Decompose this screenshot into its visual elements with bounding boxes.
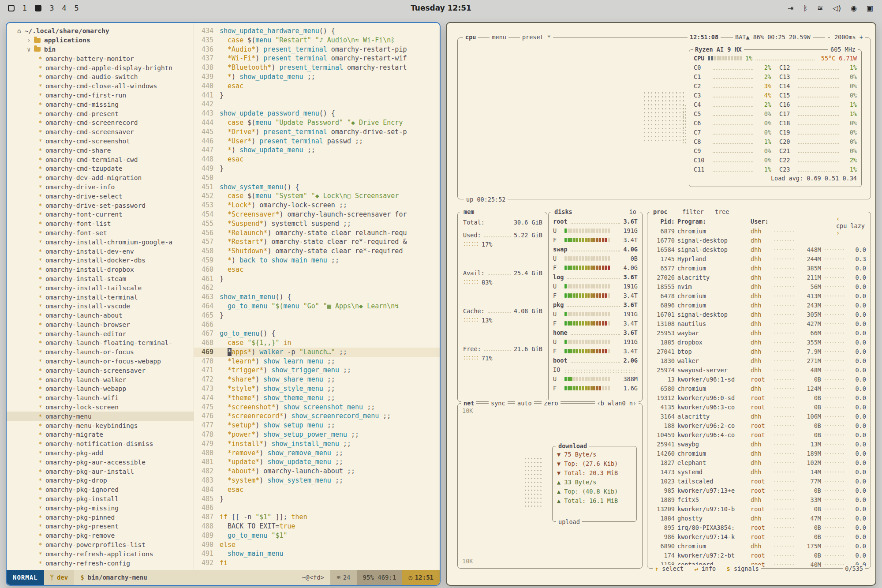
proc-sort-mode[interactable]: ‹ cpu lazy › [805, 208, 867, 243]
net-zero-button[interactable]: zero [542, 400, 561, 407]
preset-button[interactable]: preset * [520, 34, 553, 41]
proc-row[interactable]: 4135kworker/u96:3-coroot0B0.0 [653, 402, 866, 412]
net-sync-button[interactable]: sync [489, 400, 508, 407]
tree-file[interactable]: *omarchy-cmd-share [7, 146, 194, 155]
proc-row[interactable]: 1884ghosttydhh47M0.0 [653, 513, 866, 523]
tree-file[interactable]: *omarchy-cmd-audio-switch [7, 72, 194, 82]
tree-file[interactable]: *omarchy-pkg-aur-install [7, 467, 194, 476]
tree-file[interactable]: *omarchy-powerprofiles-list [7, 540, 194, 550]
proc-row[interactable]: 985kworker/u97:13+eroot0B0.0 [653, 486, 866, 495]
tree-file[interactable]: *omarchy-install-docker-dbs [7, 256, 194, 265]
proc-row[interactable]: 14260chromiumdhh189M0.0 [653, 449, 866, 458]
cpu-box-title[interactable]: cpu [463, 34, 478, 41]
proc-row[interactable]: 13kworker/u96:1-sdroot0B0.0 [653, 375, 866, 384]
proc-row[interactable]: 3164alacrittydhh106M0.0 [653, 412, 866, 421]
tree-file[interactable]: *omarchy-launch-or-focus-webapp [7, 357, 194, 366]
proc-row[interactable]: 27026alacrittydhh211M0.0 [653, 273, 866, 282]
tree-file[interactable]: *omarchy-dev-add-migration [7, 173, 194, 183]
sort-next-icon[interactable]: › [836, 229, 840, 236]
mem-box-title[interactable]: mem [461, 208, 476, 215]
tree-file[interactable]: *omarchy-launch-walker [7, 375, 194, 384]
tree-file[interactable]: *omarchy-drive-select [7, 191, 194, 201]
tree-file[interactable]: *omarchy-install-dev-env [7, 247, 194, 256]
proc-row[interactable]: 895irq/80-PIXA3854:root0B0.0 [653, 523, 866, 532]
proc-row[interactable]: 13108nautilusdhh427M0.0 [653, 319, 866, 328]
tree-file[interactable]: *omarchy-cmd-screenrecord [7, 118, 194, 127]
proc-row[interactable]: 1745Hyprlanddhh244M0.3 [653, 254, 866, 263]
proc-row[interactable]: 16584signal-desktopdhh448M0.0 [653, 245, 866, 254]
refresh-interval-control[interactable]: - 2000ms + [825, 34, 865, 41]
tree-file[interactable]: *omarchy-refresh-config [7, 558, 194, 568]
tree-file[interactable]: *omarchy-install-terminal [7, 292, 194, 302]
proc-row[interactable]: 188kworker/u96:2-coroot0B0.0 [653, 421, 866, 430]
tree-file[interactable]: *omarchy-font-list [7, 219, 194, 228]
proc-box-title[interactable]: proc [651, 208, 670, 215]
tree-file[interactable]: *omarchy-cmd-screensaver [7, 127, 194, 137]
tree-file[interactable]: *omarchy-launch-or-focus [7, 348, 194, 357]
tree-file[interactable]: *omarchy-install-chromium-google-a [7, 237, 194, 247]
tree-file[interactable]: *omarchy-cmd-terminal-cwd [7, 155, 194, 164]
tree-file[interactable]: *omarchy-launch-screensaver [7, 366, 194, 375]
tree-file[interactable]: *omarchy-font-set [7, 228, 194, 238]
proc-row[interactable]: 25974swayosd-serverdhh48M0.0 [653, 365, 866, 375]
tree-file[interactable]: *omarchy-pkg-remove [7, 531, 194, 540]
proc-row[interactable]: 6896chromiumdhh243M0.0 [653, 300, 866, 310]
proc-row[interactable]: 986kworker/u97:14-kroot0B0.0 [653, 532, 866, 541]
tree-file[interactable]: *omarchy-pkg-pinned [7, 513, 194, 522]
tree-file[interactable]: *omarchy-cmd-tzupdate [7, 164, 194, 173]
tree-file[interactable]: *omarchy-install-steam [7, 274, 194, 284]
tree-file[interactable]: *omarchy-pkg-ignored [7, 485, 194, 494]
proc-row[interactable]: 13209kworker/u97:10-broot0B0.0 [653, 504, 866, 513]
tree-file[interactable]: *omarchy-cmd-screenshot [7, 137, 194, 146]
tree-file[interactable]: *omarchy-menu [7, 412, 194, 421]
proc-row[interactable]: 1023tailscaledroot77M0.0 [653, 476, 866, 486]
net-box-title[interactable]: net [461, 400, 476, 407]
menu-button[interactable]: menu [490, 34, 508, 41]
tree-root[interactable]: ~/.local/share/omarchy [7, 26, 194, 36]
tree-file[interactable]: *omarchy-font-current [7, 210, 194, 219]
tree-file[interactable]: *omarchy-launch-wifi [7, 393, 194, 403]
tree-file[interactable]: *omarchy-cmd-close-all-windows [7, 82, 194, 91]
proc-row[interactable]: 174kworker/u97:2-btroot0B0.0 [653, 551, 866, 560]
proc-tree-button[interactable]: tree [713, 208, 732, 215]
tree-file[interactable]: *omarchy-pkg-install [7, 494, 194, 504]
tree-file[interactable]: *omarchy-cmd-missing [7, 100, 194, 109]
proc-row[interactable]: 25953waybardhh66M0.0 [653, 328, 866, 337]
tree-file[interactable]: *omarchy-drive-set-password [7, 201, 194, 210]
proc-row[interactable]: 1827elephantdhh102M0.0 [653, 458, 866, 467]
proc-row[interactable]: 16701signal-desktopdhh305M0.0 [653, 310, 866, 319]
tree-file[interactable]: *omarchy-notification-dismiss [7, 439, 194, 449]
proc-row[interactable]: 1830walkerdhh271M0.0 [653, 356, 866, 365]
net-interface-switcher[interactable]: ‹b wlan0 n› [595, 400, 639, 407]
tree-folder-bin[interactable]: bin [7, 45, 194, 54]
tree-file[interactable]: *omarchy-drive-info [7, 183, 194, 192]
tree-file[interactable]: *omarchy-battery-monitor [7, 54, 194, 63]
tree-file[interactable]: *omarchy-refresh-applications [7, 549, 194, 558]
proc-row[interactable]: 6890chromiumdhh175M0.0 [653, 541, 866, 551]
tree-file[interactable]: *omarchy-pkg-add [7, 449, 194, 458]
proc-footer-keys[interactable]: ↑ select ↵ info s signals [653, 565, 761, 572]
proc-row[interactable]: 6577chromiumdhh385M0.0 [653, 263, 866, 273]
tree-file[interactable]: *omarchy-lock-screen [7, 403, 194, 412]
proc-row[interactable]: 18555nvimdhh56M0.0 [653, 282, 866, 291]
proc-row[interactable]: 1889fcitx5dhh33M0.0 [653, 495, 866, 504]
proc-row[interactable]: 27041btopdhh7.9M0.0 [653, 347, 866, 356]
disks-box-title[interactable]: disks [552, 208, 575, 215]
tree-file[interactable]: *omarchy-pkg-drop [7, 476, 194, 485]
tree-file[interactable]: *omarchy-pkg-aur-accessible [7, 457, 194, 467]
tree-file[interactable]: *omarchy-pkg-missing [7, 503, 194, 513]
tree-file[interactable]: *omarchy-launch-webapp [7, 384, 194, 393]
tree-file[interactable]: *omarchy-install-dropbox [7, 265, 194, 274]
proc-row[interactable]: 10459kworker/u96:4-coroot0B0.0 [653, 430, 866, 439]
code-editor[interactable]: 434show_update_hardware_menu() {435 case… [194, 23, 440, 570]
tree-file[interactable]: *omarchy-launch-floating-terminal- [7, 338, 194, 348]
net-auto-button[interactable]: auto [515, 400, 534, 407]
tree-file[interactable]: *omarchy-migrate [7, 430, 194, 439]
tree-file[interactable]: *omarchy-cmd-apple-display-brightn [7, 63, 194, 72]
tree-folder-applications[interactable]: applications [7, 36, 194, 45]
proc-row[interactable]: 25941swaybgdhh13M0.0 [653, 439, 866, 449]
tree-file[interactable]: *omarchy-launch-browser [7, 320, 194, 330]
tree-file[interactable]: *omarchy-cmd-present [7, 109, 194, 118]
proc-row[interactable]: 19312kworker/u96:0-sdroot0B0.0 [653, 393, 866, 402]
io-toggle[interactable]: io [627, 208, 639, 215]
